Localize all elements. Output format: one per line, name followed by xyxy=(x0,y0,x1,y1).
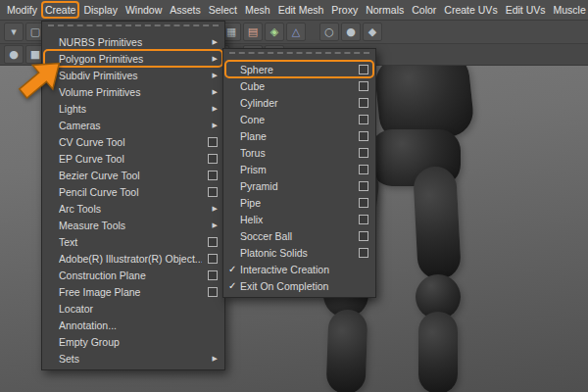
menu-item[interactable]: ✓ Cube ▶ xyxy=(223,77,375,94)
option-box[interactable] xyxy=(208,154,218,164)
paint-effects-icon[interactable]: ○ xyxy=(319,23,339,41)
menu-item[interactable]: ✓ Pipe ▶ xyxy=(223,194,375,211)
option-box[interactable] xyxy=(359,165,368,174)
menubar-item-label: Create UVs xyxy=(444,4,497,16)
menubar-item[interactable]: Normals xyxy=(362,2,408,18)
menu-item-label: Polygon Primitives xyxy=(59,53,207,65)
menu-item[interactable]: ✓ Sets ▶ xyxy=(42,350,224,367)
submenu-arrow-icon: ▶ xyxy=(213,105,218,113)
render-settings-icon[interactable]: △ xyxy=(286,23,306,41)
menu-item[interactable]: ✓ Bezier Curve Tool ▶ xyxy=(42,167,224,183)
menu-item[interactable]: ✓ Text ▶ xyxy=(42,233,224,250)
muscle-tool-icon[interactable]: ◆ xyxy=(363,23,382,41)
menubar-item[interactable]: Mesh xyxy=(241,2,274,18)
menu-item[interactable]: ✓ Plane ▶ xyxy=(223,127,375,144)
menubar-item[interactable]: Muscle xyxy=(550,2,588,18)
menu-item[interactable]: ✓ Cylinder ▶ xyxy=(223,94,375,111)
option-box[interactable] xyxy=(208,237,218,247)
menu-item[interactable]: ✓ NURBS Primitives ▶ xyxy=(42,33,224,50)
menubar-item-label: Assets xyxy=(170,4,201,16)
option-box[interactable] xyxy=(359,198,368,208)
option-box[interactable] xyxy=(359,148,368,158)
menu-item[interactable]: ✓ Prism ▶ xyxy=(223,161,375,177)
menu-item[interactable]: ✓ Free Image Plane ▶ xyxy=(42,283,224,300)
menu-item[interactable]: ✓ Exit On Completion ▶ xyxy=(223,277,375,294)
menu-item[interactable]: ✓ Annotation... ▶ xyxy=(42,317,224,333)
option-box[interactable] xyxy=(359,215,368,224)
menu-item[interactable]: ✓ Measure Tools ▶ xyxy=(42,217,224,233)
menu-item-label: Lights xyxy=(59,103,207,115)
menu-item[interactable]: ✓ Sphere ▶ xyxy=(223,61,375,77)
toolbar-icon-glyph: ● xyxy=(346,25,356,38)
menu-item-label: Volume Primitives xyxy=(59,86,207,98)
rotate-tool-icon[interactable]: ● xyxy=(341,23,361,41)
model-left-calf xyxy=(326,309,368,392)
render-view-icon[interactable]: ▤ xyxy=(243,23,263,41)
menu-item-label: Sphere xyxy=(240,64,353,75)
menubar-item-label: Select xyxy=(209,4,237,16)
menu-item[interactable]: ✓ Interactive Creation ▶ xyxy=(223,261,375,277)
option-box[interactable] xyxy=(359,231,368,241)
menubar-item[interactable]: Create UVs xyxy=(440,2,501,18)
toolbar-icon-glyph: ▦ xyxy=(226,25,236,38)
option-box[interactable] xyxy=(359,248,368,258)
menubar-item-label: Muscle xyxy=(554,4,586,16)
option-box[interactable] xyxy=(208,254,218,264)
menu-item[interactable]: ✓ Construction Plane ▶ xyxy=(42,267,224,283)
menu-item-label: Pencil Curve Tool xyxy=(59,186,202,198)
menubar-item[interactable]: Edit UVs xyxy=(502,2,550,18)
option-box[interactable] xyxy=(208,287,218,297)
menu-item[interactable]: ✓ CV Curve Tool ▶ xyxy=(42,133,224,150)
menu-item-label: Cylinder xyxy=(240,97,353,109)
menubar-item[interactable]: Modify xyxy=(3,2,41,18)
option-box[interactable] xyxy=(208,270,218,280)
menu-item[interactable]: ✓ Adobe(R) Illustrator(R) Object... ▶ xyxy=(42,250,224,267)
menu-item-label: Annotation... xyxy=(59,319,218,331)
polygon-submenu-items: ✓ Sphere ▶ ✓ Cube ▶ ✓ Cylinder ▶ ✓ Cone … xyxy=(223,61,375,294)
menubar-item[interactable]: Assets xyxy=(166,2,205,18)
option-box[interactable] xyxy=(359,115,368,124)
menu-item[interactable]: ✓ Locator ▶ xyxy=(42,300,224,317)
menu-item[interactable]: ✓ Torus ▶ xyxy=(223,144,375,161)
menu-item[interactable]: ✓ Pyramid ▶ xyxy=(223,177,375,194)
ipr-render-icon[interactable]: ◈ xyxy=(265,23,284,41)
menu-item-label: Text xyxy=(59,236,202,248)
menubar-item[interactable]: Edit Mesh xyxy=(274,2,328,18)
menu-item[interactable]: ✓ Empty Group ▶ xyxy=(42,333,224,350)
check-icon: ✓ xyxy=(228,280,240,291)
menu-item[interactable]: ✓ Platonic Solids ▶ xyxy=(223,244,375,261)
menubar-item-label: Edit UVs xyxy=(506,4,546,16)
menubar-item[interactable]: Proxy xyxy=(327,2,362,18)
tearoff-handle[interactable] xyxy=(229,52,369,58)
menubar-item[interactable]: Create xyxy=(41,2,80,18)
menu-item-label: Prism xyxy=(240,164,353,175)
menu-item-label: Cube xyxy=(240,80,353,92)
menubar-item[interactable]: Select xyxy=(205,2,241,18)
scene-menu-dropdown-icon[interactable]: ▾ xyxy=(4,23,24,41)
toolbar-icon-glyph: ◈ xyxy=(270,25,278,38)
menu-item[interactable]: ✓ Cameras ▶ xyxy=(42,117,224,133)
maya-window: Modify Create Display Window Assets Sele… xyxy=(0,0,588,392)
menu-item[interactable]: ✓ Soccer Ball ▶ xyxy=(223,227,375,244)
menu-item[interactable]: ✓ EP Curve Tool ▶ xyxy=(42,150,224,167)
menu-item[interactable]: ✓ Helix ▶ xyxy=(223,211,375,227)
menubar-item-label: Color xyxy=(412,4,436,16)
option-box[interactable] xyxy=(208,137,218,147)
menubar-item-label: Mesh xyxy=(245,4,270,16)
menubar-item[interactable]: Window xyxy=(122,2,166,18)
option-box[interactable] xyxy=(359,98,368,108)
toolbar-icon-glyph: △ xyxy=(292,25,300,38)
option-box[interactable] xyxy=(208,171,218,180)
tearoff-handle[interactable] xyxy=(48,24,219,30)
option-box[interactable] xyxy=(359,65,368,74)
option-box[interactable] xyxy=(359,131,368,141)
option-box[interactable] xyxy=(359,181,368,191)
menubar-item[interactable]: Display xyxy=(79,2,121,18)
menu-item[interactable]: ✓ Pencil Curve Tool ▶ xyxy=(42,183,224,200)
option-box[interactable] xyxy=(359,81,368,91)
menu-item[interactable]: ✓ Cone ▶ xyxy=(223,111,375,127)
menu-item[interactable]: ✓ Arc Tools ▶ xyxy=(42,200,224,217)
menubar-item[interactable]: Color xyxy=(408,2,440,18)
option-box[interactable] xyxy=(208,187,218,197)
model-right-thigh xyxy=(413,166,462,280)
